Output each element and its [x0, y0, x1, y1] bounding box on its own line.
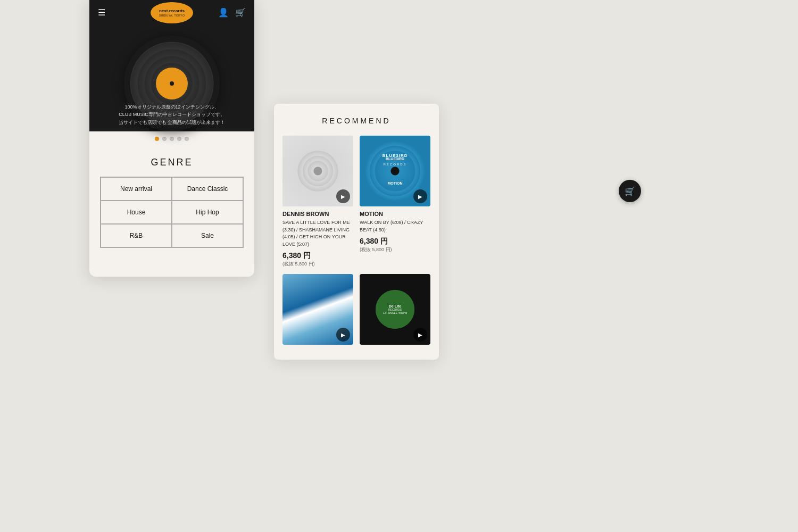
play-btn-4[interactable]: ▶ [413, 328, 427, 342]
rec-tracks-2: WALK ON BY (6:09) / CRAZY BEAT (4:50) [360, 219, 430, 234]
vinyl-label [156, 68, 188, 99]
dezide-inner: De Lite RECORDS 12" SINGLE 45RPM [376, 290, 414, 329]
vinyl-hero: 100%オリジナル原盤の12インチシングル、 CLUB MUSIC専門の中古レコ… [89, 25, 254, 131]
bluebird-label-text: BLUE3IRD [382, 153, 408, 158]
rec-price-sub-2: (税抜 5,800 円) [360, 246, 430, 253]
bluebird-label-sub: RECORDS [383, 163, 406, 166]
rec-artist-2: MOTION [360, 211, 430, 217]
dezide-45-text: 12" SINGLE 45RPM [383, 311, 407, 314]
dot-4[interactable] [177, 137, 181, 141]
play-btn-1[interactable]: ▶ [336, 189, 350, 203]
hero-text-area: 100%オリジナル原盤の12インチシングル、 CLUB MUSIC専門の中古レコ… [89, 103, 254, 126]
hamburger-icon[interactable]: ☰ [98, 7, 105, 18]
genre-hip-hop[interactable]: Hip Hop [172, 201, 243, 224]
cart-icon[interactable]: 🛒 [235, 7, 246, 18]
rec-item-2[interactable]: BLUE3IRD RECORDS MOTION ▶ MOTION WALK ON… [360, 136, 430, 268]
genre-rnb[interactable]: R&B [101, 224, 172, 247]
dots-nav [89, 131, 254, 146]
user-icon[interactable]: 👤 [218, 7, 229, 18]
rec-item-4[interactable]: De Lite RECORDS 12" SINGLE 45RPM ▶ [360, 274, 430, 349]
rec-artist-1: DENNIS BROWN [282, 211, 353, 217]
genre-grid: New arrival Dance Classic House Hip Hop … [100, 177, 244, 248]
hero-text: 100%オリジナル原盤の12インチシングル、 CLUB MUSIC専門の中古レコ… [105, 103, 238, 126]
play-btn-3[interactable]: ▶ [336, 328, 350, 342]
genre-house[interactable]: House [101, 201, 172, 224]
left-phone-panel: ☰ 🔍 next.records SHIBUYA, TOKYO 👤 🛒 100%… [89, 0, 254, 277]
header-right-icons: 👤 🛒 [218, 7, 246, 18]
dot-5[interactable] [185, 137, 189, 141]
brand-name: next.records [159, 9, 185, 14]
dot-1[interactable] [155, 137, 159, 141]
rec-thumb-2: BLUE3IRD RECORDS MOTION ▶ [360, 136, 430, 206]
brand-logo[interactable]: next.records SHIBUYA, TOKYO [151, 2, 193, 23]
dot-2[interactable] [162, 137, 167, 141]
rec-item-3[interactable]: ▶ [282, 274, 353, 349]
dot-3[interactable] [170, 137, 174, 141]
rec-thumb-3: ▶ [282, 274, 353, 345]
genre-sale[interactable]: Sale [172, 224, 243, 247]
vinyl-center-dot [170, 81, 174, 86]
rec-item-1[interactable]: ▶ DENNIS BROWN SAVE A LITTLE LOVE FOR ME… [282, 136, 353, 268]
rec-price-2: 6,380 円 [360, 237, 430, 246]
genre-title: GENRE [100, 157, 244, 168]
recommend-panel: RECOMMEND ▶ DENNIS BROWN SAVE A LITTLE L… [274, 104, 439, 360]
bluebird-track: MOTION [388, 181, 403, 185]
phone-header: ☰ 🔍 next.records SHIBUYA, TOKYO 👤 🛒 [89, 0, 254, 25]
genre-section: GENRE New arrival Dance Classic House Hi… [89, 146, 254, 253]
rec-thumb-4: De Lite RECORDS 12" SINGLE 45RPM ▶ [360, 274, 430, 345]
rec-thumb-1: ▶ [282, 136, 353, 206]
rec-price-sub-1: (税抜 5,800 円) [282, 261, 353, 268]
dezide-label-text: De Lite [389, 304, 401, 308]
genre-new-arrival[interactable]: New arrival [101, 177, 172, 201]
rec-tracks-1: SAVE A LITTLE LOVE FOR ME (3:30) / SHASH… [282, 219, 353, 248]
recommend-grid: ▶ DENNIS BROWN SAVE A LITTLE LOVE FOR ME… [282, 136, 430, 349]
play-btn-2[interactable]: ▶ [413, 189, 427, 203]
genre-dance-classic[interactable]: Dance Classic [172, 177, 243, 201]
rec-price-1: 6,380 円 [282, 251, 353, 261]
brand-sub: SHIBUYA, TOKYO [159, 14, 185, 17]
floating-cart-button[interactable]: 🛒 [619, 180, 641, 202]
recommend-title: RECOMMEND [282, 117, 430, 125]
